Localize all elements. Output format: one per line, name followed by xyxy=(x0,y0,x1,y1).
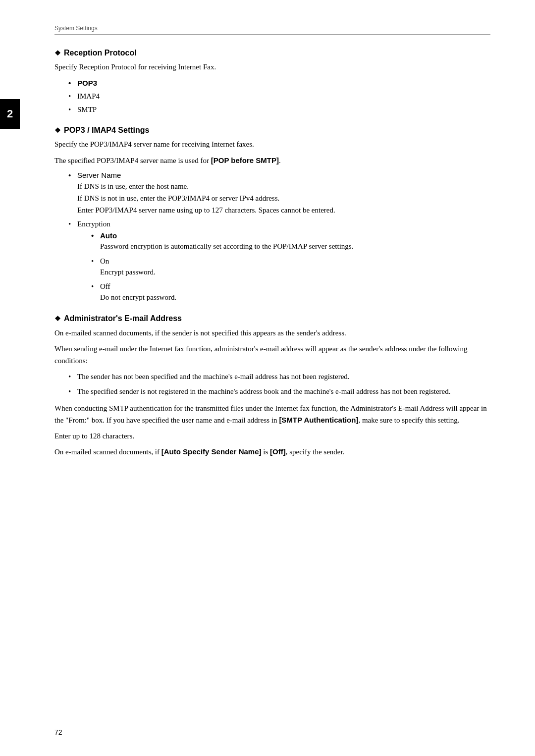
pop3-imap4-heading: POP3 / IMAP4 Settings xyxy=(64,126,149,135)
admin-email-title: ❖ Administrator's E-mail Address xyxy=(54,314,490,323)
diamond-icon: ❖ xyxy=(54,49,61,57)
chapter-tab: 2 xyxy=(0,99,20,129)
reception-protocol-list: POP3 IMAP4 SMTP xyxy=(68,78,490,115)
list-item-smtp: SMTP xyxy=(68,104,490,115)
list-item-pop3: POP3 xyxy=(68,78,490,89)
off-title: Off xyxy=(91,282,490,291)
pop3-imap4-title: ❖ POP3 / IMAP4 Settings xyxy=(54,126,490,135)
admin-closing-2: Enter up to 128 characters. xyxy=(54,430,490,442)
server-name-title: Server Name xyxy=(68,171,490,179)
auto-sub-item: Auto Password encryption is automaticall… xyxy=(91,231,490,252)
on-sub-item: On Encrypt password. xyxy=(91,257,490,278)
admin-closing-3-text-5: , specify the sender. xyxy=(286,448,345,456)
off-sub-item: Off Do not encrypt password. xyxy=(91,282,490,303)
admin-bullet-2: The specified sender is not registered i… xyxy=(68,385,490,397)
admin-closing-3-text-3: is xyxy=(261,448,270,456)
reception-protocol-title: ❖ Reception Protocol xyxy=(54,49,490,57)
section-admin-email: ❖ Administrator's E-mail Address On e-ma… xyxy=(54,314,490,458)
auto-specify-bold: [Auto Specify Sender Name] xyxy=(161,447,262,456)
diamond-icon-3: ❖ xyxy=(54,315,61,323)
server-name-desc: If DNS is in use, enter the host name. I… xyxy=(77,180,490,216)
on-title: On xyxy=(91,257,490,266)
reception-protocol-heading: Reception Protocol xyxy=(64,49,137,57)
admin-closing-1: When conducting SMTP authentication for … xyxy=(54,402,490,426)
admin-closing-3-text-1: On e-mailed scanned documents, if xyxy=(54,448,161,456)
page-container: 2 System Settings ❖ Reception Protocol S… xyxy=(0,0,535,756)
reception-protocol-desc: Specify Reception Protocol for receiving… xyxy=(54,61,490,73)
off-desc: Do not encrypt password. xyxy=(100,292,490,303)
section-reception-protocol: ❖ Reception Protocol Specify Reception P… xyxy=(54,49,490,115)
admin-closing-3: On e-mailed scanned documents, if [Auto … xyxy=(54,446,490,458)
auto-title: Auto xyxy=(91,231,490,240)
pop-before-smtp-bold: [POP before SMTP] xyxy=(211,156,279,164)
admin-desc-1: On e-mailed scanned documents, if the se… xyxy=(54,327,490,339)
smtp-auth-bold: [SMTP Authentication] xyxy=(279,416,358,424)
admin-email-heading: Administrator's E-mail Address xyxy=(64,314,182,323)
breadcrumb: System Settings xyxy=(54,25,98,32)
auto-desc: Password encryption is automatically set… xyxy=(100,241,490,252)
diamond-icon-2: ❖ xyxy=(54,126,61,134)
server-name-line-2: If DNS is not in use, enter the POP3/IMA… xyxy=(77,192,490,204)
admin-bullet-1: The sender has not been specified and th… xyxy=(68,371,490,382)
server-name-block: Server Name If DNS is in use, enter the … xyxy=(68,171,490,216)
header: System Settings xyxy=(54,24,490,35)
encryption-block: Encryption Auto Password encryption is a… xyxy=(68,220,490,303)
encryption-title: Encryption xyxy=(68,220,490,228)
pop3-imap4-desc2: The specified POP3/IMAP4 server name is … xyxy=(54,155,490,166)
pop3-imap4-desc2-suffix: . xyxy=(279,157,281,164)
admin-closing-1-text-3: , make sure to specify this setting. xyxy=(358,416,459,424)
server-name-line-3: Enter POP3/IMAP4 server name using up to… xyxy=(77,204,490,216)
pop3-imap4-desc2-prefix: The specified POP3/IMAP4 server name is … xyxy=(54,157,211,164)
off-bold: [Off] xyxy=(270,447,286,456)
admin-bullet-list: The sender has not been specified and th… xyxy=(68,371,490,397)
server-name-line-1: If DNS is in use, enter the host name. xyxy=(77,180,490,192)
on-desc: Encrypt password. xyxy=(100,267,490,278)
pop3-imap4-desc1: Specify the POP3/IMAP4 server name for r… xyxy=(54,139,490,150)
page-number: 72 xyxy=(54,728,62,736)
section-pop3-imap4: ❖ POP3 / IMAP4 Settings Specify the POP3… xyxy=(54,126,490,303)
admin-desc-2: When sending e-mail under the Internet f… xyxy=(54,343,490,367)
list-item-imap4: IMAP4 xyxy=(68,91,490,102)
